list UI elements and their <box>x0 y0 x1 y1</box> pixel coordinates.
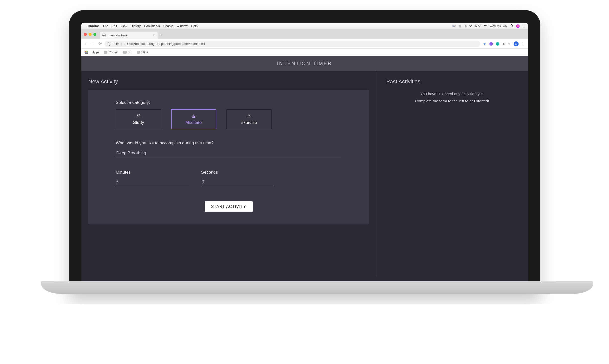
bookmark-folder-1909[interactable]: 1909 <box>137 51 148 54</box>
laptop-base <box>41 281 593 294</box>
category-study-button[interactable]: Study <box>116 109 161 129</box>
ext-purple-icon[interactable] <box>489 42 493 46</box>
mac-menu-file[interactable]: File <box>103 24 108 28</box>
mac-tray: 👓 🐘 ⎚ 68% Wed 7:33 AM ☰ <box>452 24 525 28</box>
category-meditate-label: Meditate <box>185 120 202 125</box>
exercise-icon <box>245 113 252 119</box>
bookmark-star-icon[interactable]: ★ <box>483 42 486 46</box>
clock[interactable]: Wed 7:33 AM <box>490 24 508 28</box>
battery-icon[interactable] <box>484 24 487 28</box>
svg-rect-2 <box>484 25 486 26</box>
category-meditate-button[interactable]: Meditate <box>171 109 216 129</box>
bookmark-folder-fe[interactable]: FE <box>123 51 132 54</box>
spotlight-icon[interactable] <box>510 24 514 28</box>
browser-tab[interactable]: Intention Timer × <box>100 32 158 39</box>
meditate-icon <box>190 113 197 119</box>
ext-diamond-icon[interactable]: ◆ <box>502 42 505 46</box>
tab-close-icon[interactable]: × <box>153 33 155 37</box>
window-controls <box>84 33 96 36</box>
url-text: /Users/holtbolt/turing/fe1-planning/pom-… <box>125 42 205 46</box>
category-exercise-button[interactable]: Exercise <box>226 109 272 129</box>
svg-point-6 <box>138 115 139 116</box>
screen-mirror-icon[interactable]: ⎚ <box>465 24 466 28</box>
new-activity-pane: New Activity Select a category: <box>81 71 376 277</box>
apps-label[interactable]: Apps <box>92 51 100 54</box>
tab-title: Intention Timer <box>108 34 129 37</box>
mac-menu-bookmarks[interactable]: Bookmarks <box>144 24 160 28</box>
mac-menu-window[interactable]: Window <box>177 24 188 28</box>
mac-menu-history[interactable]: History <box>131 24 141 28</box>
minutes-label: Minutes <box>116 170 189 175</box>
binoculars-icon[interactable]: 👓 <box>452 24 456 28</box>
start-activity-button[interactable]: START ACTIVITY <box>205 201 253 212</box>
window-maximize[interactable] <box>93 33 96 36</box>
mac-menu-bar: Chrome File Edit View History Bookmarks … <box>81 23 528 30</box>
url-field[interactable]: i File | /Users/holtbolt/turing/fe1-plan… <box>105 41 480 47</box>
reload-button[interactable]: ⟳ <box>98 41 102 46</box>
mac-menu-edit[interactable]: Edit <box>112 24 117 28</box>
past-activities-heading: Past Activities <box>386 78 518 85</box>
mac-menu-people[interactable]: People <box>163 24 173 28</box>
svg-line-11 <box>137 114 138 115</box>
laptop-frame: Chrome File Edit View History Bookmarks … <box>69 10 540 294</box>
screen: Chrome File Edit View History Bookmarks … <box>81 23 528 282</box>
past-activities-pane: Past Activities You haven't logged any a… <box>376 71 528 277</box>
study-icon <box>135 113 142 119</box>
mac-app-name[interactable]: Chrome <box>88 24 100 28</box>
activity-form: Select a category: <box>88 90 369 224</box>
tab-strip: Intention Timer × + <box>81 30 528 39</box>
apps-icon[interactable] <box>85 51 88 54</box>
intention-timer-app: INTENTION TIMER New Activity Select a ca… <box>81 56 528 282</box>
mac-menu-help[interactable]: Help <box>191 24 198 28</box>
window-close[interactable] <box>84 33 87 36</box>
category-row: Study <box>116 109 342 129</box>
svg-point-0 <box>470 27 471 27</box>
list-icon[interactable]: ☰ <box>522 24 525 28</box>
category-study-label: Study <box>133 120 144 125</box>
ext-pen-icon[interactable]: ✎ <box>508 42 511 46</box>
seconds-input[interactable] <box>201 178 274 186</box>
category-exercise-label: Exercise <box>241 120 257 125</box>
chrome-menu-icon[interactable]: ⋮ <box>522 42 525 46</box>
info-icon[interactable]: i <box>108 42 111 46</box>
svg-line-5 <box>512 26 513 27</box>
empty-line-1: You haven't logged any activities yet. <box>386 90 518 97</box>
accomplish-input[interactable] <box>116 149 342 157</box>
new-tab-button[interactable]: + <box>160 33 163 38</box>
url-prefix: File <box>114 42 119 46</box>
ext-teal-icon[interactable] <box>496 42 499 46</box>
extension-tray: ★ ◆ ✎ A ⋮ <box>483 41 525 46</box>
wifi-icon[interactable] <box>469 24 472 28</box>
svg-point-4 <box>511 24 512 26</box>
svg-line-12 <box>139 114 139 115</box>
window-minimize[interactable] <box>89 33 92 36</box>
forward-button[interactable]: → <box>91 42 95 46</box>
svg-rect-3 <box>487 25 487 26</box>
mac-menu-view[interactable]: View <box>120 24 127 28</box>
app-title: INTENTION TIMER <box>81 56 528 71</box>
battery-percent: 68% <box>475 24 481 28</box>
minutes-input[interactable] <box>116 178 189 186</box>
bookmark-folder-coding[interactable]: Coding <box>104 51 119 54</box>
back-button[interactable]: ← <box>84 42 88 46</box>
evernote-icon[interactable]: 🐘 <box>458 24 462 28</box>
address-bar: ← → ⟳ i File | /Users/holtbolt/turing/fe… <box>81 39 528 49</box>
seconds-label: Seconds <box>201 170 274 175</box>
globe-icon <box>102 34 106 37</box>
category-label: Select a category: <box>116 100 342 105</box>
siri-icon[interactable] <box>516 24 520 28</box>
new-activity-heading: New Activity <box>88 78 369 85</box>
profile-avatar[interactable]: A <box>514 41 519 46</box>
bookmarks-bar: Apps Coding FE 1909 <box>81 49 528 56</box>
empty-state: You haven't logged any activities yet. C… <box>386 90 518 105</box>
empty-line-2: Complete the form to the left to get sta… <box>386 97 518 105</box>
accomplish-label: What would you like to accomplish during… <box>116 141 342 146</box>
